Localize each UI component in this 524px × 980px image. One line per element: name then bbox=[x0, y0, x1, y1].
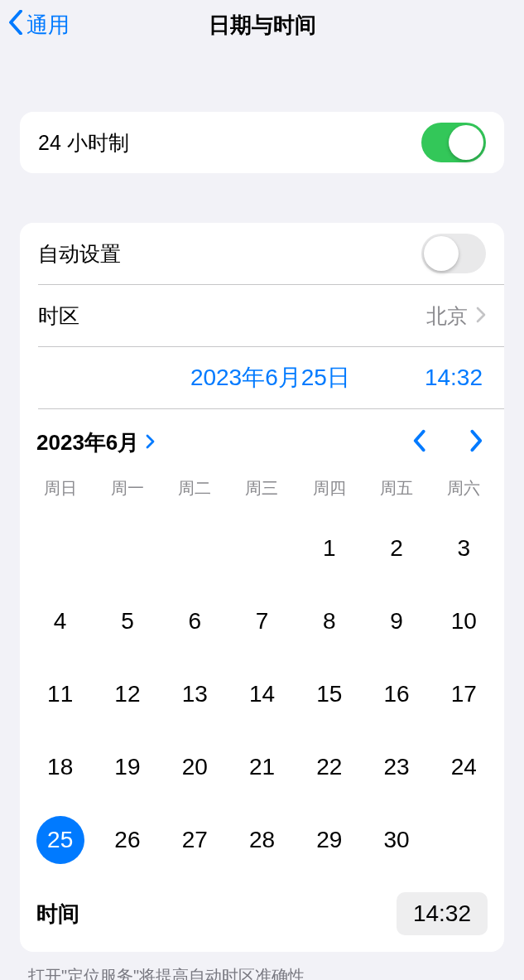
calendar-day[interactable]: 5 bbox=[94, 597, 161, 645]
calendar-empty-cell bbox=[161, 524, 228, 572]
weekday-label: 周日 bbox=[26, 477, 94, 500]
calendar-empty-cell bbox=[26, 524, 94, 572]
weekday-label: 周四 bbox=[296, 477, 363, 500]
prev-month-button[interactable] bbox=[408, 426, 430, 459]
calendar-day[interactable]: 2 bbox=[363, 524, 430, 572]
selected-date-time-row: 2023年6月25日 14:32 bbox=[20, 347, 504, 408]
footer-note: 打开"定位服务"将提高自动时区准确性。 bbox=[28, 965, 496, 980]
calendar-day[interactable]: 21 bbox=[228, 743, 296, 791]
chevron-right-icon bbox=[146, 430, 156, 456]
auto-set-toggle[interactable] bbox=[421, 234, 486, 273]
calendar-day[interactable]: 12 bbox=[94, 670, 161, 718]
back-label: 通用 bbox=[26, 11, 70, 40]
calendar-day[interactable]: 19 bbox=[94, 743, 161, 791]
time-24h-label: 24 小时制 bbox=[38, 129, 129, 157]
calendar-day[interactable]: 6 bbox=[161, 597, 228, 645]
auto-set-label: 自动设置 bbox=[38, 240, 121, 268]
page-title: 日期与时间 bbox=[209, 11, 316, 40]
time-label: 时间 bbox=[36, 900, 79, 929]
calendar-day[interactable]: 7 bbox=[228, 597, 296, 645]
calendar-day[interactable]: 3 bbox=[430, 524, 498, 572]
calendar-day[interactable]: 13 bbox=[161, 670, 228, 718]
auto-set-row: 自动设置 bbox=[20, 223, 504, 284]
next-month-button[interactable] bbox=[466, 426, 488, 459]
calendar-day[interactable]: 14 bbox=[228, 670, 296, 718]
calendar-day[interactable]: 26 bbox=[94, 816, 161, 864]
calendar-day[interactable]: 15 bbox=[296, 670, 363, 718]
calendar-empty-cell bbox=[228, 524, 296, 572]
weekday-label: 周二 bbox=[161, 477, 228, 500]
time-picker-button[interactable]: 14:32 bbox=[397, 892, 488, 935]
timezone-row[interactable]: 时区 北京 bbox=[20, 285, 504, 346]
weekday-label: 周五 bbox=[363, 477, 430, 500]
time-24h-row: 24 小时制 bbox=[20, 112, 504, 173]
timezone-label: 时区 bbox=[38, 302, 79, 330]
calendar-day[interactable]: 25 bbox=[26, 816, 94, 864]
calendar-day[interactable]: 1 bbox=[296, 524, 363, 572]
calendar-day[interactable]: 9 bbox=[363, 597, 430, 645]
chevron-left-icon bbox=[8, 10, 23, 41]
calendar-day[interactable]: 18 bbox=[26, 743, 94, 791]
calendar-day[interactable]: 28 bbox=[228, 816, 296, 864]
calendar-day[interactable]: 20 bbox=[161, 743, 228, 791]
calendar-day[interactable]: 16 bbox=[363, 670, 430, 718]
calendar-day[interactable]: 10 bbox=[430, 597, 498, 645]
timezone-value: 北京 bbox=[426, 302, 468, 330]
selected-date-display[interactable]: 2023年6月25日 bbox=[190, 362, 350, 393]
calendar-day[interactable]: 11 bbox=[26, 670, 94, 718]
month-picker-button[interactable]: 2023年6月 bbox=[36, 428, 156, 457]
calendar-day[interactable]: 23 bbox=[363, 743, 430, 791]
calendar-day[interactable]: 4 bbox=[26, 597, 94, 645]
chevron-right-icon bbox=[476, 304, 486, 328]
calendar: 2023年6月 周日周一周二周三周四周五周六 12345678910111213… bbox=[20, 409, 504, 952]
calendar-empty-cell bbox=[94, 524, 161, 572]
weekday-label: 周六 bbox=[430, 477, 498, 500]
calendar-day[interactable]: 27 bbox=[161, 816, 228, 864]
month-title: 2023年6月 bbox=[36, 428, 139, 457]
weekday-label: 周一 bbox=[94, 477, 161, 500]
back-button[interactable]: 通用 bbox=[0, 10, 70, 41]
selected-time-display[interactable]: 14:32 bbox=[425, 364, 483, 391]
calendar-day[interactable]: 8 bbox=[296, 597, 363, 645]
calendar-day[interactable]: 22 bbox=[296, 743, 363, 791]
weekday-label: 周三 bbox=[228, 477, 296, 500]
calendar-day[interactable]: 24 bbox=[430, 743, 498, 791]
calendar-day[interactable]: 17 bbox=[430, 670, 498, 718]
calendar-day[interactable]: 29 bbox=[296, 816, 363, 864]
calendar-day[interactable]: 30 bbox=[363, 816, 430, 864]
time-24h-toggle[interactable] bbox=[421, 123, 486, 162]
